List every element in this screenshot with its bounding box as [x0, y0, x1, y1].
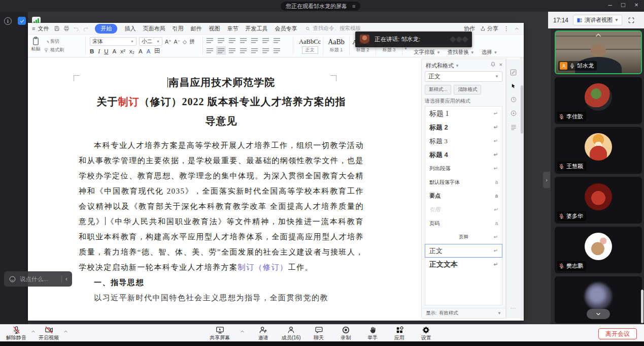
- wps-file-menu[interactable]: 文件: [38, 25, 49, 33]
- shading-icon[interactable]: [262, 48, 269, 53]
- minimize-button[interactable]: –: [606, 1, 614, 9]
- style-item-heading1[interactable]: 标题 1↵: [425, 107, 502, 120]
- video-options-caret[interactable]: [63, 329, 69, 334]
- superscript-button[interactable]: x²: [120, 48, 125, 54]
- shrink-font-button[interactable]: A⁻: [174, 39, 181, 45]
- show-marks-icon[interactable]: [274, 38, 280, 43]
- redo-icon[interactable]: [83, 25, 89, 32]
- style-normal[interactable]: AaBbCc 正文: [297, 36, 323, 55]
- style-item-normal-selected[interactable]: 正文↵: [425, 244, 502, 258]
- style-item-heading4[interactable]: 标题 4↵: [425, 148, 502, 162]
- align-center-icon[interactable]: [218, 48, 224, 53]
- highlight-button[interactable]: A: [139, 48, 143, 54]
- style-item-footer[interactable]: 页脚↵: [425, 230, 502, 244]
- find-replace-button[interactable]: 查找替换 ▼: [448, 49, 474, 56]
- record-button[interactable]: 录制: [337, 326, 354, 341]
- participant-tile[interactable]: 王慧颖: [555, 127, 642, 174]
- style-item-heading2[interactable]: 标题 2↵: [425, 120, 502, 134]
- style-item-quote[interactable]: 引用↵: [425, 203, 502, 216]
- wps-share-button[interactable]: 分享: [480, 25, 498, 33]
- chat-input-placeholder[interactable]: 说点什么...: [20, 275, 48, 283]
- participant-tile[interactable]: 李佳歆: [555, 77, 642, 124]
- underline-button[interactable]: U: [104, 48, 108, 54]
- wps-tab-mailings[interactable]: 邮件: [190, 25, 201, 33]
- more-options-icon[interactable]: ⋮: [503, 25, 509, 32]
- participant-tile[interactable]: 樊志鹏: [555, 227, 642, 273]
- members-button[interactable]: 成员(16): [282, 326, 301, 341]
- scrollbar-thumb[interactable]: [521, 85, 523, 134]
- bell-icon[interactable]: [490, 61, 496, 67]
- font-color-button[interactable]: A: [112, 48, 116, 54]
- outline-icon[interactable]: [510, 123, 517, 131]
- wps-tab-developer[interactable]: 开发工具: [245, 25, 267, 33]
- wps-tab-insert[interactable]: 插入: [124, 25, 135, 33]
- styles-filter-select[interactable]: 有效样式: [439, 310, 458, 317]
- document-text[interactable]: 南昌应用技术师范学院 关于制订（修订）2022 版本科专业人才培养方案的指 导意…: [79, 73, 364, 305]
- clear-format-button[interactable]: ◇: [183, 39, 187, 45]
- text-direction-icon[interactable]: [251, 38, 258, 43]
- align-justify-icon[interactable]: [240, 48, 247, 53]
- meeting-info-icon[interactable]: i: [4, 17, 12, 25]
- wps-hamburger-icon[interactable]: ≡: [32, 25, 35, 32]
- border-icon[interactable]: [274, 48, 280, 53]
- line-spacing-icon[interactable]: [251, 48, 258, 53]
- paste-button[interactable]: 粘贴: [31, 36, 41, 52]
- wps-command-search[interactable]: 查找命令、搜索模板: [305, 25, 361, 32]
- align-right-icon[interactable]: [229, 48, 235, 53]
- format-painter-button[interactable]: 格式刷: [44, 47, 64, 53]
- cut-button[interactable]: 剪切: [44, 38, 64, 45]
- undo-icon[interactable]: [73, 25, 79, 32]
- history-icon[interactable]: [510, 96, 517, 103]
- more-tools-icon[interactable]: ⋯: [511, 305, 517, 311]
- wps-tab-section[interactable]: 章节: [227, 25, 238, 33]
- close-panel-icon[interactable]: ×: [499, 61, 502, 68]
- increase-indent-icon[interactable]: [240, 38, 247, 43]
- style-item-keypoint[interactable]: 要点a: [425, 189, 502, 203]
- fullscreen-button[interactable]: [628, 17, 635, 24]
- font-size-select[interactable]: 小二▼: [139, 37, 162, 46]
- select-cursor-icon[interactable]: [510, 83, 517, 89]
- share-options-caret[interactable]: [240, 329, 245, 334]
- collapse-tiles-icon[interactable]: [594, 33, 602, 38]
- style-item-body-text[interactable]: 正文文本↵: [425, 258, 502, 271]
- new-style-button[interactable]: 新样式...: [425, 85, 451, 95]
- collapse-ribbon-icon[interactable]: [514, 26, 520, 32]
- banner-menu-icon[interactable]: ≡: [352, 4, 355, 9]
- maximize-button[interactable]: □: [620, 1, 627, 9]
- decrease-indent-icon[interactable]: [229, 38, 235, 43]
- text-layout-button[interactable]: 文字排版 ▼: [414, 49, 440, 56]
- quick-chat-bar[interactable]: 说点什么... ‹: [4, 271, 72, 287]
- italic-button[interactable]: I: [98, 48, 100, 54]
- style-item-list-paragraph[interactable]: 列出段落↵: [425, 162, 502, 175]
- edit-mode-icon[interactable]: [510, 69, 517, 76]
- clear-format-button[interactable]: 清除格式: [454, 85, 481, 95]
- bold-button[interactable]: B: [90, 48, 94, 54]
- style-item-heading3[interactable]: 标题 3↵: [425, 134, 502, 148]
- security-shield-icon[interactable]: [18, 17, 26, 25]
- raise-hand-button[interactable]: 举手: [364, 326, 381, 341]
- apps-button[interactable]: 应用: [391, 326, 408, 341]
- view-mode-button[interactable]: 演讲者视图 ▼: [573, 15, 622, 25]
- font-name-select[interactable]: 宋体▼: [90, 37, 137, 46]
- leave-meeting-button[interactable]: 离开会议: [598, 328, 637, 339]
- share-screen-button[interactable]: 共享屏幕: [210, 326, 230, 341]
- sidebar-collapse-handle[interactable]: ›: [543, 172, 550, 188]
- unmute-button[interactable]: 解除静音: [2, 326, 30, 341]
- subscript-button[interactable]: x₂: [129, 48, 134, 54]
- chat-collapse-icon[interactable]: ‹: [65, 275, 67, 282]
- settings-button[interactable]: 设置: [418, 326, 435, 341]
- participant-tile-speaking[interactable]: 邹水龙: [555, 30, 642, 74]
- bullet-list-icon[interactable]: [207, 38, 213, 43]
- grow-font-button[interactable]: A⁺: [165, 39, 172, 45]
- wps-tab-view[interactable]: 视图: [209, 25, 220, 33]
- wps-tab-page-layout[interactable]: 页面布局: [143, 25, 165, 33]
- select-button[interactable]: 选择 ▼: [482, 49, 498, 56]
- participant-tile-partial[interactable]: [555, 276, 642, 323]
- number-list-icon[interactable]: [218, 38, 224, 43]
- document-canvas[interactable]: 南昌应用技术师范学院 关于制订（修订）2022 版本科专业人才培养方案的指 导意…: [28, 57, 421, 321]
- style-item-page-number[interactable]: 页码a: [425, 216, 502, 230]
- participant-tile[interactable]: 婆多华: [555, 177, 642, 224]
- comment-icon[interactable]: [510, 110, 517, 117]
- wps-tab-references[interactable]: 引用: [172, 25, 183, 33]
- print-icon[interactable]: [63, 25, 70, 32]
